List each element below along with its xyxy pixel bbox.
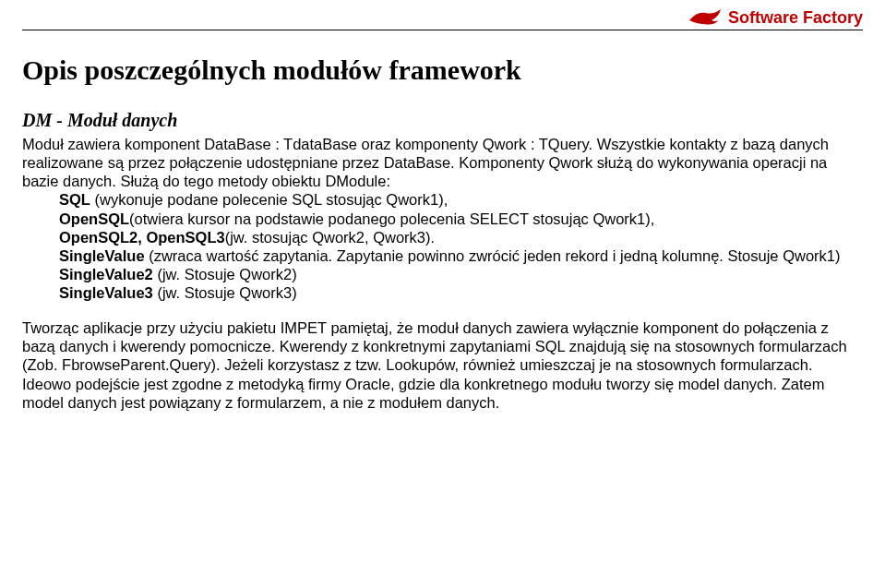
- method-singlevalue3: SingleValue3 (jw. Stosuje Qwork3): [59, 283, 863, 302]
- method-sql: SQL (wykonuje podane polecenie SQL stosu…: [59, 190, 863, 209]
- method-opensql-name: OpenSQL: [59, 210, 129, 227]
- method-opensql23-name: OpenSQL2, OpenSQL3: [59, 229, 225, 246]
- method-singlevalue2-desc: (jw. Stosuje Qwork2): [153, 266, 297, 282]
- method-opensql: OpenSQL(otwiera kursor na podstawie poda…: [59, 210, 863, 228]
- method-singlevalue: SingleValue (zwraca wartość zapytania. Z…: [59, 246, 863, 265]
- page-title: Opis poszczególnych modułów framework: [22, 54, 863, 86]
- method-singlevalue-name: SingleValue: [59, 247, 145, 264]
- method-opensql23-desc: (jw. stosując Qwork2, Qwork3).: [225, 229, 435, 246]
- method-sql-name: SQL: [59, 191, 90, 208]
- method-opensql23: OpenSQL2, OpenSQL3(jw. stosując Qwork2, …: [59, 228, 863, 246]
- method-singlevalue2-name: SingleValue2: [59, 266, 153, 282]
- intro-paragraph: Moduł zawiera komponent DataBase : Tdata…: [22, 135, 863, 190]
- method-singlevalue3-name: SingleValue3: [59, 284, 153, 301]
- brand-text: Software Factory: [728, 8, 863, 28]
- closing-paragraph: Tworząc aplikacje przy użyciu pakietu IM…: [22, 318, 863, 412]
- header-divider: [22, 30, 863, 30]
- spacer: [22, 302, 863, 318]
- section-title: DM - Moduł danych: [22, 110, 863, 131]
- method-opensql-desc: (otwiera kursor na podstawie podanego po…: [129, 210, 654, 227]
- method-singlevalue3-desc: (jw. Stosuje Qwork3): [153, 284, 297, 301]
- page-header: Software Factory: [22, 7, 863, 28]
- method-singlevalue-desc: (zwraca wartość zapytania. Zapytanie pow…: [145, 247, 841, 264]
- method-singlevalue2: SingleValue2 (jw. Stosuje Qwork2): [59, 265, 863, 283]
- method-sql-desc: (wykonuje podane polecenie SQL stosując …: [90, 191, 448, 208]
- bird-logo-icon: [688, 7, 723, 28]
